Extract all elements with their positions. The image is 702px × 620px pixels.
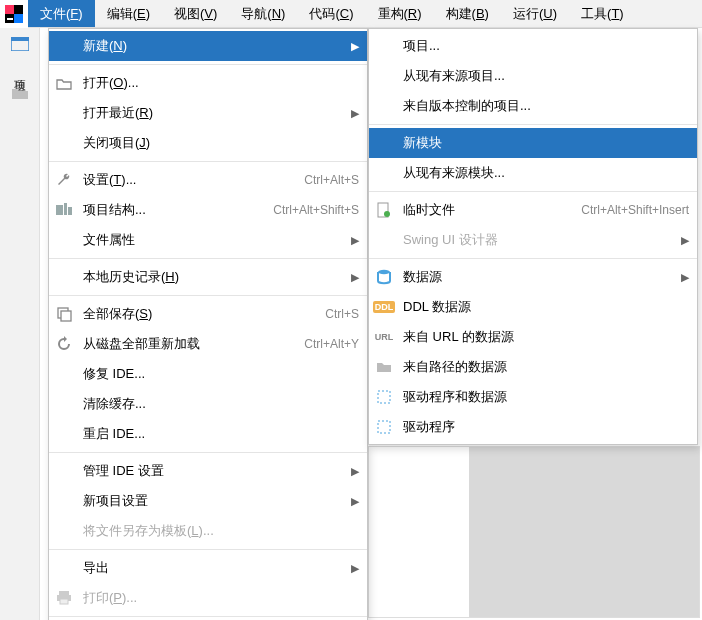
svg-rect-5 bbox=[11, 37, 29, 41]
menu-separator bbox=[49, 549, 367, 550]
save-all-icon bbox=[53, 303, 75, 325]
file-menu-save-as-template: 将文件另存为模板(L)... bbox=[49, 516, 367, 546]
new-module[interactable]: 新模块 bbox=[369, 128, 697, 158]
menubar-file[interactable]: 文件(F) bbox=[28, 0, 95, 27]
file-menu-close-project[interactable]: 关闭项目(J) bbox=[49, 128, 367, 158]
file-menu-new[interactable]: 新建(N) ▶ bbox=[49, 31, 367, 61]
project-tool-window-button[interactable] bbox=[0, 28, 40, 60]
project-structure-icon bbox=[53, 199, 75, 221]
print-icon bbox=[53, 587, 75, 609]
chevron-right-icon: ▶ bbox=[347, 107, 359, 120]
file-menu-repair-ide[interactable]: 修复 IDE... bbox=[49, 359, 367, 389]
chevron-right-icon: ▶ bbox=[347, 40, 359, 53]
shortcut-label: Ctrl+S bbox=[325, 307, 359, 321]
new-project-from-vcs[interactable]: 来自版本控制的项目... bbox=[369, 91, 697, 121]
new-ddl-data-source[interactable]: DDL DDL 数据源 bbox=[369, 292, 697, 322]
database-icon bbox=[373, 266, 395, 288]
svg-rect-6 bbox=[56, 205, 63, 215]
menubar-navigate[interactable]: 导航(N) bbox=[229, 0, 297, 27]
chevron-right-icon: ▶ bbox=[347, 562, 359, 575]
menu-separator bbox=[49, 161, 367, 162]
new-data-source-from-url[interactable]: URL 来自 URL 的数据源 bbox=[369, 322, 697, 352]
svg-rect-18 bbox=[378, 421, 390, 433]
new-swing-ui-designer: Swing UI 设计器 ▶ bbox=[369, 225, 697, 255]
menubar-build[interactable]: 构建(B) bbox=[434, 0, 501, 27]
menu-separator bbox=[49, 258, 367, 259]
menu-separator bbox=[49, 64, 367, 65]
app-logo bbox=[0, 0, 28, 28]
menu-separator bbox=[49, 452, 367, 453]
file-menu-open[interactable]: 打开(O)... bbox=[49, 68, 367, 98]
new-driver-and-data-source[interactable]: 驱动程序和数据源 bbox=[369, 382, 697, 412]
new-project-from-existing[interactable]: 从现有来源项目... bbox=[369, 61, 697, 91]
new-module-from-existing[interactable]: 从现有来源模块... bbox=[369, 158, 697, 188]
file-menu-save-all[interactable]: 全部保存(S) Ctrl+S bbox=[49, 299, 367, 329]
reload-icon bbox=[53, 333, 75, 355]
svg-point-16 bbox=[378, 270, 390, 274]
new-data-source[interactable]: 数据源 ▶ bbox=[369, 262, 697, 292]
new-scratch-file[interactable]: 临时文件 Ctrl+Alt+Shift+Insert bbox=[369, 195, 697, 225]
folder-icon[interactable] bbox=[11, 86, 29, 104]
new-project[interactable]: 项目... bbox=[369, 31, 697, 61]
menu-separator bbox=[369, 124, 697, 125]
svg-point-15 bbox=[384, 211, 390, 217]
file-menu-export[interactable]: 导出 ▶ bbox=[49, 553, 367, 583]
file-menu-restart-ide[interactable]: 重启 IDE... bbox=[49, 419, 367, 449]
file-menu-print: 打印(P)... bbox=[49, 583, 367, 613]
svg-rect-1 bbox=[5, 5, 14, 14]
file-menu-open-recent[interactable]: 打开最近(R) ▶ bbox=[49, 98, 367, 128]
editor-gutter bbox=[369, 447, 469, 617]
intellij-icon bbox=[5, 5, 23, 23]
svg-rect-11 bbox=[59, 591, 69, 595]
project-label: 项目 bbox=[11, 70, 28, 74]
menubar-code[interactable]: 代码(C) bbox=[297, 0, 365, 27]
svg-rect-3 bbox=[7, 18, 13, 20]
shortcut-label: Ctrl+Alt+Shift+S bbox=[273, 203, 359, 217]
file-menu-new-project-settings[interactable]: 新项目设置 ▶ bbox=[49, 486, 367, 516]
chevron-right-icon: ▶ bbox=[347, 271, 359, 284]
menubar-tools[interactable]: 工具(T) bbox=[569, 0, 636, 27]
left-tool-strip: 项目 bbox=[0, 28, 40, 620]
menubar-refactor[interactable]: 重构(R) bbox=[366, 0, 434, 27]
file-menu-file-properties[interactable]: 文件属性 ▶ bbox=[49, 225, 367, 255]
window-icon bbox=[11, 37, 29, 51]
chevron-right-icon: ▶ bbox=[677, 271, 689, 284]
file-menu-project-structure[interactable]: 项目结构... Ctrl+Alt+Shift+S bbox=[49, 195, 367, 225]
menubar-edit[interactable]: 编辑(E) bbox=[95, 0, 162, 27]
menu-separator bbox=[49, 616, 367, 617]
new-submenu: 项目... 从现有来源项目... 来自版本控制的项目... 新模块 从现有来源模… bbox=[368, 28, 698, 445]
scratch-file-icon bbox=[373, 199, 395, 221]
menubar-run[interactable]: 运行(U) bbox=[501, 0, 569, 27]
shortcut-label: Ctrl+Alt+Y bbox=[304, 337, 359, 351]
driver-datasource-icon bbox=[373, 386, 395, 408]
menubar: 文件(F) 编辑(E) 视图(V) 导航(N) 代码(C) 重构(R) 构建(B… bbox=[0, 0, 702, 28]
menu-separator bbox=[369, 258, 697, 259]
file-menu-local-history[interactable]: 本地历史记录(H) ▶ bbox=[49, 262, 367, 292]
editor-empty bbox=[469, 447, 699, 617]
folder-icon bbox=[373, 356, 395, 378]
file-menu-manage-ide-settings[interactable]: 管理 IDE 设置 ▶ bbox=[49, 456, 367, 486]
ddl-icon: DDL bbox=[373, 296, 395, 318]
svg-rect-17 bbox=[378, 391, 390, 403]
file-menu-reload-disk[interactable]: 从磁盘全部重新加载 Ctrl+Alt+Y bbox=[49, 329, 367, 359]
chevron-right-icon: ▶ bbox=[347, 495, 359, 508]
new-data-source-from-path[interactable]: 来自路径的数据源 bbox=[369, 352, 697, 382]
wrench-icon bbox=[53, 169, 75, 191]
svg-rect-13 bbox=[60, 599, 68, 604]
file-menu-clear-cache[interactable]: 清除缓存... bbox=[49, 389, 367, 419]
file-menu: 新建(N) ▶ 打开(O)... 打开最近(R) ▶ 关闭项目(J) 设置(T)… bbox=[48, 28, 368, 620]
url-icon: URL bbox=[373, 326, 395, 348]
svg-rect-2 bbox=[14, 14, 23, 23]
menu-separator bbox=[369, 191, 697, 192]
chevron-right-icon: ▶ bbox=[347, 234, 359, 247]
menu-separator bbox=[49, 295, 367, 296]
svg-rect-7 bbox=[64, 203, 67, 215]
new-driver[interactable]: 驱动程序 bbox=[369, 412, 697, 442]
folder-open-icon bbox=[53, 72, 75, 94]
svg-rect-8 bbox=[68, 207, 72, 215]
menubar-view[interactable]: 视图(V) bbox=[162, 0, 229, 27]
chevron-right-icon: ▶ bbox=[677, 234, 689, 247]
file-menu-settings[interactable]: 设置(T)... Ctrl+Alt+S bbox=[49, 165, 367, 195]
shortcut-label: Ctrl+Alt+Shift+Insert bbox=[581, 203, 689, 217]
driver-icon bbox=[373, 416, 395, 438]
